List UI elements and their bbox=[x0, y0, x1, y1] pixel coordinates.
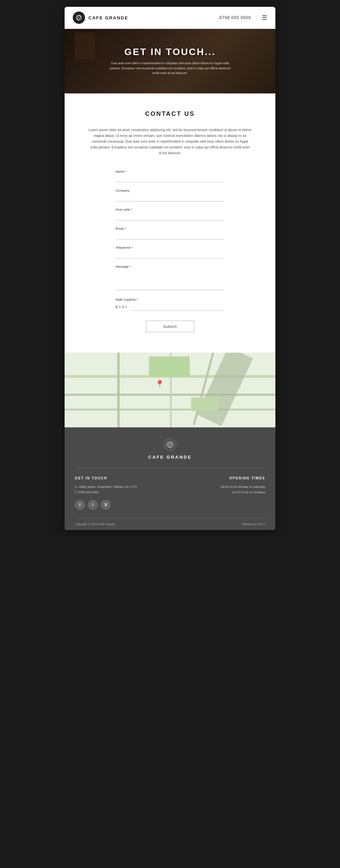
footer-copyright: Copyright © 2024 Cafe Grande. bbox=[75, 522, 116, 526]
hero-subtitle: Duis aute irure dolor in reprehenderit i… bbox=[102, 61, 238, 75]
name-input[interactable] bbox=[116, 175, 224, 182]
page-wrapper: CAFE GRANDE 0798 000 0000 | ☰ GET IN TOU… bbox=[65, 7, 275, 530]
hero-content: GET IN TOUCH... Duis aute irure dolor in… bbox=[102, 47, 238, 75]
email-field-group: Email * bbox=[116, 227, 224, 240]
contact-form: Name * Company Post code * Email * Telep… bbox=[116, 170, 224, 332]
captcha-row: 6 + 1 = bbox=[116, 303, 224, 311]
submit-button[interactable]: Submit bbox=[146, 321, 194, 332]
message-label: Message * bbox=[116, 265, 224, 268]
header-logo[interactable]: CAFE GRANDE bbox=[73, 12, 128, 24]
footer-hours-1: 09.00-16.00 Monday to Saturday bbox=[221, 484, 265, 490]
footer-col-hours: OPENING TIMES 09.00-16.00 Monday to Satu… bbox=[221, 476, 265, 510]
name-field-group: Name * bbox=[116, 170, 224, 182]
company-field-group: Company bbox=[116, 189, 224, 201]
logo-icon bbox=[73, 12, 85, 24]
brand-name: CAFE GRANDE bbox=[88, 15, 128, 20]
header-phone: 0798 000 0000 bbox=[219, 15, 251, 20]
road-diagonal bbox=[197, 353, 253, 426]
footer-phone: T. 0798 000 0000 bbox=[75, 490, 137, 495]
footer-logo-icon bbox=[163, 438, 177, 452]
road-vertical-1 bbox=[117, 353, 120, 427]
captcha-equation: 6 + 1 = bbox=[116, 305, 127, 309]
header-divider: | bbox=[256, 15, 257, 20]
captcha-label: Math Captcha * bbox=[116, 298, 224, 301]
postcode-input[interactable] bbox=[116, 213, 224, 220]
company-input[interactable] bbox=[116, 194, 224, 201]
map-section: 📍 bbox=[65, 353, 275, 427]
footer-columns: GET IN TOUCH A. Valley Mews, Greenfield,… bbox=[75, 468, 265, 518]
footer-brand-name: CAFE GRANDE bbox=[148, 455, 192, 460]
facebook-button[interactable]: f bbox=[75, 500, 85, 510]
telephone-input[interactable] bbox=[116, 251, 224, 259]
footer-hours-2: 10.00-16.00 on Sundays bbox=[221, 490, 265, 495]
footer-opening-times-title: OPENING TIMES bbox=[221, 476, 265, 480]
footer-credit: Website by MALO bbox=[242, 522, 265, 526]
message-field-group: Message * bbox=[116, 265, 224, 291]
map-pin: 📍 bbox=[155, 380, 164, 389]
hero-section: GET IN TOUCH... Duis aute irure dolor in… bbox=[65, 29, 275, 93]
footer: CAFE GRANDE GET IN TOUCH A. Valley Mews,… bbox=[65, 427, 275, 530]
map-green-area-1 bbox=[149, 356, 190, 377]
instagram-button[interactable]: i bbox=[88, 500, 98, 510]
captcha-input[interactable] bbox=[131, 303, 224, 311]
contact-section: CONTACT US Lorem ipsum dolor sit amet, c… bbox=[65, 93, 275, 353]
message-input[interactable] bbox=[116, 270, 224, 290]
captcha-field-group: Math Captcha * 6 + 1 = bbox=[116, 298, 224, 311]
header: CAFE GRANDE 0798 000 0000 | ☰ bbox=[65, 7, 275, 29]
footer-address: A. Valley Mews, Greenfield, Oldham OL3 7… bbox=[75, 484, 137, 490]
postcode-field-group: Post code * bbox=[116, 208, 224, 220]
footer-get-in-touch-title: GET IN TOUCH bbox=[75, 476, 137, 480]
telephone-field-group: Telephone * bbox=[116, 246, 224, 259]
postcode-label: Post code * bbox=[116, 208, 224, 211]
social-row: f i X bbox=[75, 500, 137, 510]
contact-title: CONTACT US bbox=[75, 110, 265, 118]
name-label: Name * bbox=[116, 170, 224, 173]
telephone-label: Telephone * bbox=[116, 246, 224, 249]
company-label: Company bbox=[116, 189, 224, 192]
contact-description: Lorem ipsum dolor sit amet, consectetur … bbox=[88, 127, 252, 156]
email-input[interactable] bbox=[116, 232, 224, 240]
hamburger-icon[interactable]: ☰ bbox=[262, 14, 267, 21]
map-green-area-2 bbox=[191, 397, 218, 411]
header-right: 0798 000 0000 | ☰ bbox=[219, 14, 267, 21]
footer-col-contact: GET IN TOUCH A. Valley Mews, Greenfield,… bbox=[75, 476, 137, 510]
footer-bottom: Copyright © 2024 Cafe Grande. Website by… bbox=[75, 518, 265, 530]
email-label: Email * bbox=[116, 227, 224, 230]
twitter-button[interactable]: X bbox=[101, 500, 111, 510]
hero-title: GET IN TOUCH... bbox=[102, 47, 238, 57]
footer-logo-area: CAFE GRANDE bbox=[75, 438, 265, 468]
